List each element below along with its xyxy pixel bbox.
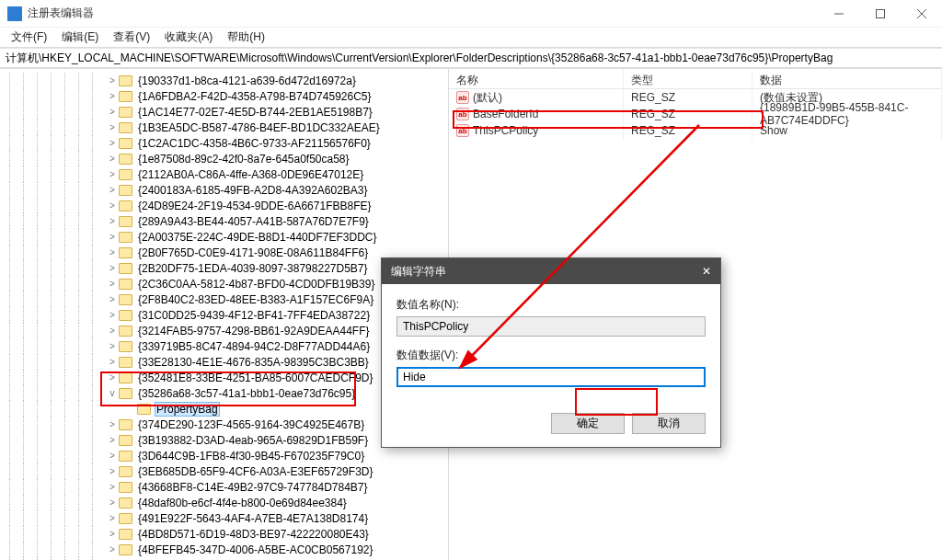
tree-item[interactable]: >{1AC14E77-02E7-4E5D-B744-2EB1AE5198B7} <box>0 104 448 120</box>
expander-icon[interactable]: > <box>106 263 119 273</box>
expander-icon[interactable]: > <box>106 497 119 508</box>
value-name-input[interactable] <box>396 316 706 337</box>
string-icon: ab <box>456 91 469 104</box>
expander-icon[interactable]: > <box>106 107 119 117</box>
expander-icon[interactable]: > <box>106 341 119 351</box>
menu-favorites[interactable]: 收藏夹(A) <box>157 28 220 47</box>
folder-icon <box>137 404 151 415</box>
tree-label: {48daf80b-e6cf-4f4e-b800-0e69d84ee384} <box>136 497 349 509</box>
tree-item[interactable]: >{2A00375E-224C-49DE-B8D1-440DF7EF3DDC} <box>0 229 448 245</box>
tree-item[interactable]: >{190337d1-b8ca-4121-a639-6d472d16972a} <box>0 73 448 88</box>
tree-label: {2B20DF75-1EDA-4039-8097-38798227D5B7} <box>136 262 370 275</box>
expander-icon[interactable]: v <box>106 388 119 398</box>
value-row[interactable]: abThisPCPolicyREG_SZShow <box>449 122 942 139</box>
expander-icon[interactable]: > <box>106 372 119 383</box>
expander-icon[interactable]: > <box>106 326 119 336</box>
expander-icon[interactable]: > <box>106 91 119 101</box>
expander-icon[interactable]: > <box>106 482 119 492</box>
expander-icon[interactable]: > <box>106 247 119 257</box>
tree-label: {3214FAB5-9757-4298-BB61-92A9DEAA44FF} <box>136 325 372 337</box>
value-data-label: 数值数据(V): <box>396 348 706 363</box>
tree-item[interactable]: >{24D89E24-2F19-4534-9DDE-6A6671FBB8FE} <box>0 198 448 213</box>
expander-icon[interactable]: > <box>106 154 119 164</box>
folder-icon <box>119 294 132 305</box>
dialog-titlebar[interactable]: 编辑字符串 ✕ <box>382 258 720 284</box>
tree-item[interactable]: >{2400183A-6185-49FB-A2D8-4A392A602BA3} <box>0 182 448 198</box>
menubar: 文件(F) 编辑(E) 查看(V) 收藏夹(A) 帮助(H) <box>0 28 942 48</box>
folder-icon <box>119 372 132 383</box>
expander-icon[interactable]: > <box>106 419 119 429</box>
dialog-close-icon[interactable]: ✕ <box>702 265 711 278</box>
expander-icon[interactable]: > <box>106 279 119 289</box>
expander-icon[interactable]: > <box>106 75 119 86</box>
tree-label: {339719B5-8C47-4894-94C2-D8F77ADD44A6} <box>136 340 372 353</box>
tree-label: {2400183A-6185-49FB-A2D8-4A392A602BA3} <box>136 184 370 197</box>
folder-icon <box>119 216 132 227</box>
expander-icon[interactable]: > <box>106 200 119 211</box>
folder-icon <box>119 91 132 102</box>
folder-icon <box>119 122 132 133</box>
tree-item[interactable]: >{4BFEFB45-347D-4006-A5BE-AC0CB0567192} <box>0 542 448 557</box>
maximize-button[interactable] <box>859 0 901 27</box>
expander-icon[interactable]: > <box>106 185 119 195</box>
tree-label: {491E922F-5643-4AF4-A7EB-4E7A138D8174} <box>136 512 370 525</box>
tree-label: {1A6FDBA2-F42D-4358-A798-B74D745926C5} <box>136 90 373 103</box>
folder-icon <box>119 466 132 477</box>
tree-item[interactable]: >{491E922F-5643-4AF4-A7EB-4E7A138D8174} <box>0 510 448 526</box>
menu-file[interactable]: 文件(F) <box>4 28 54 47</box>
edit-string-dialog: 编辑字符串 ✕ 数值名称(N): 数值数据(V): 确定 取消 <box>381 257 721 448</box>
expander-icon[interactable]: > <box>106 294 119 304</box>
tree-item[interactable]: >{3D644C9B-1FB8-4f30-9B45-F670235F79C0} <box>0 448 448 463</box>
folder-icon <box>119 341 132 352</box>
ok-button[interactable]: 确定 <box>551 413 625 434</box>
menu-help[interactable]: 帮助(H) <box>220 28 272 47</box>
folder-icon <box>119 154 132 165</box>
window-title: 注册表编辑器 <box>28 6 818 21</box>
expander-icon[interactable]: > <box>106 216 119 226</box>
folder-icon <box>119 435 132 446</box>
expander-icon[interactable]: > <box>106 357 119 367</box>
expander-icon[interactable]: > <box>106 310 119 320</box>
expander-icon[interactable]: > <box>106 435 119 445</box>
col-type[interactable]: 类型 <box>624 69 752 88</box>
expander-icon[interactable]: > <box>106 513 119 523</box>
tree-label: {2112AB0A-C86A-4ffe-A368-0DE96E47012E} <box>136 168 365 181</box>
folder-icon <box>119 310 132 321</box>
expander-icon[interactable]: > <box>106 122 119 132</box>
path-input[interactable] <box>6 51 936 64</box>
folder-icon <box>119 247 132 258</box>
expander-icon[interactable]: > <box>106 169 119 179</box>
folder-icon <box>119 497 132 509</box>
tree-item[interactable]: >{2112AB0A-C86A-4ffe-A368-0DE96E47012E} <box>0 166 448 182</box>
tree-label: {2A00375E-224C-49DE-B8D1-440DF7EF3DDC} <box>136 231 378 244</box>
tree-item[interactable]: >{1e87508d-89c2-42f0-8a7e-645a0f50ca58} <box>0 151 448 166</box>
close-button[interactable] <box>901 0 942 27</box>
expander-icon[interactable]: > <box>106 138 119 148</box>
value-data-input[interactable] <box>396 367 706 387</box>
tree-item[interactable]: >{48daf80b-e6cf-4f4e-b800-0e69d84ee384} <box>0 495 448 510</box>
address-bar <box>0 48 942 68</box>
expander-icon[interactable]: > <box>106 544 119 554</box>
folder-icon <box>119 419 132 430</box>
value-data: Show <box>752 120 942 141</box>
expander-icon[interactable]: > <box>106 232 119 242</box>
tree-item[interactable]: >{43668BF8-C14E-49B2-97C9-747784D784B7} <box>0 479 448 495</box>
expander-icon[interactable]: > <box>106 451 119 461</box>
folder-icon <box>119 544 132 555</box>
menu-edit[interactable]: 编辑(E) <box>54 28 106 47</box>
tree-item[interactable]: >{289A9A43-BE44-4057-A41B-587A76D7E7F9} <box>0 213 448 229</box>
tree-item[interactable]: >{1C2AC1DC-4358-4B6C-9733-AF21156576F0} <box>0 135 448 151</box>
folder-icon <box>119 326 132 337</box>
cancel-button[interactable]: 取消 <box>632 413 706 434</box>
tree-item[interactable]: >{1A6FDBA2-F42D-4358-A798-B74D745926C5} <box>0 88 448 104</box>
tree-item[interactable]: >{4BD8D571-6D19-48D3-BE97-422220080E43} <box>0 526 448 542</box>
tree-item[interactable]: >{1B3EA5DC-B587-4786-B4EF-BD1DC332AEAE} <box>0 120 448 135</box>
expander-icon[interactable]: > <box>106 529 119 539</box>
tree-label: {190337d1-b8ca-4121-a639-6d472d16972a} <box>136 74 358 87</box>
tree-item[interactable]: >{3EB685DB-65F9-4CF6-A03A-E3EF65729F3D} <box>0 463 448 479</box>
folder-icon <box>119 200 132 211</box>
menu-view[interactable]: 查看(V) <box>106 28 157 47</box>
folder-icon <box>119 169 132 180</box>
expander-icon[interactable]: > <box>106 466 119 476</box>
minimize-button[interactable] <box>818 0 859 27</box>
